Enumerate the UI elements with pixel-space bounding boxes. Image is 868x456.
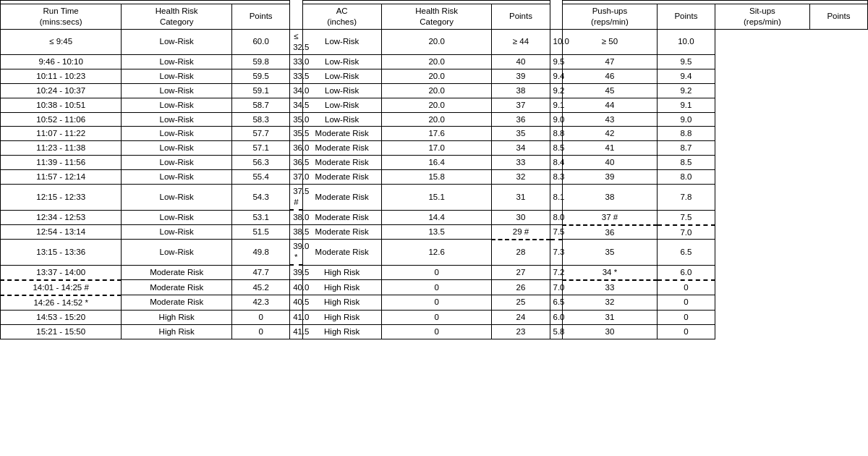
run-time-cell: 11:23 - 11:38: [1, 141, 122, 156]
health-risk-cat2-cell: Moderate Risk: [302, 185, 381, 210]
ac-cell: 35.5: [290, 127, 302, 141]
points1-cell: 57.7: [232, 127, 290, 141]
points1-cell: 45.2: [232, 280, 290, 295]
points3-cell: 7.2: [550, 265, 562, 279]
pushups-cell: 36: [492, 112, 550, 127]
run-time-cell: 12:54 - 13:14: [1, 225, 122, 240]
ac-cell: 41.0: [290, 310, 302, 324]
health-risk-cat2-cell: Moderate Risk: [302, 141, 381, 156]
points2-cell: 0: [381, 310, 492, 324]
points2-cell: 0: [381, 265, 492, 279]
pushups-cell: 26: [492, 280, 550, 295]
points1-cell: 60.0: [232, 29, 290, 54]
points3-cell: 9.5: [550, 54, 562, 69]
points2-cell: 0: [381, 324, 492, 339]
pushups-header: Push-ups(reps/min): [562, 4, 657, 30]
run-time-cell: 14:01 - 14:25 #: [1, 280, 122, 295]
main-table-wrapper: Run Time(mins:secs) Health RiskCategory …: [0, 0, 868, 339]
situps-cell: 30: [562, 324, 657, 339]
points3-cell: 8.5: [550, 141, 562, 156]
points3-cell: 7.0: [550, 280, 562, 295]
points1-cell: 55.4: [232, 170, 290, 185]
ac-header: AC(inches): [302, 4, 381, 30]
points3-cell: 7.5: [550, 225, 562, 240]
pushups-cell: 27: [492, 265, 550, 279]
points4-cell: 7.8: [657, 185, 715, 210]
health-risk-cat2-cell: High Risk: [302, 295, 381, 310]
points1-cell: 57.1: [232, 141, 290, 156]
points3-cell: 9.0: [550, 112, 562, 127]
points4-cell: 6.0: [657, 265, 715, 279]
health-risk-cat1-cell: Moderate Risk: [122, 280, 232, 295]
run-time-header: Run Time(mins:secs): [1, 4, 122, 30]
health-risk-cat2-cell: Low-Risk: [302, 54, 381, 69]
points2-cell: 15.8: [381, 170, 492, 185]
points3-cell: 9.4: [550, 69, 562, 83]
ac-cell: 33.0: [290, 54, 302, 69]
health-risk-cat1-cell: High Risk: [122, 310, 232, 324]
situps-cell: 42: [562, 127, 657, 141]
points3-cell: 7.3: [550, 240, 562, 265]
run-time-cell: 15:21 - 15:50: [1, 324, 122, 339]
pushups-cell: 39: [492, 69, 550, 83]
points3-cell: 10.0: [550, 29, 562, 54]
situps-header: Sit-ups(reps/min): [715, 4, 809, 30]
ac-cell: ≤ 32.5: [290, 29, 302, 54]
situps-cell: 34 *: [562, 265, 657, 279]
points3-cell: 6.5: [550, 295, 562, 310]
points1-cell: 0: [232, 324, 290, 339]
ac-cell: 40.5: [290, 295, 302, 310]
points2-cell: 13.5: [381, 225, 492, 240]
health-risk-cat1-cell: Low-Risk: [122, 225, 232, 240]
points2-cell: 20.0: [381, 69, 492, 83]
points3-cell: 8.1: [550, 185, 562, 210]
points2-cell: 12.6: [381, 240, 492, 265]
run-time-cell: 10:24 - 10:37: [1, 83, 122, 98]
run-time-cell: 13:37 - 14:00: [1, 265, 122, 279]
health-risk-cat2-cell: Low-Risk: [302, 69, 381, 83]
pushups-cell: 38: [492, 83, 550, 98]
run-time-cell: 9:46 - 10:10: [1, 54, 122, 69]
points4-cell: 0: [657, 280, 715, 295]
situps-cell: 39: [562, 170, 657, 185]
health-risk-cat2-cell: Moderate Risk: [302, 156, 381, 170]
points1-header: Points: [232, 4, 290, 30]
points2-cell: 14.4: [381, 210, 492, 224]
run-time-cell: 12:15 - 12:33: [1, 185, 122, 210]
situps-cell: 44: [562, 98, 657, 112]
points3-cell: 6.0: [550, 310, 562, 324]
health-risk-cat2-cell: Low-Risk: [302, 98, 381, 112]
situps-cell: 38: [562, 185, 657, 210]
health-risk-cat1-cell: Low-Risk: [122, 98, 232, 112]
situps-cell: 31: [562, 310, 657, 324]
health-risk-cat1-cell: Low-Risk: [122, 112, 232, 127]
pushups-cell: 24: [492, 310, 550, 324]
ac-cell: 39.5: [290, 265, 302, 279]
situps-cell: 40: [562, 156, 657, 170]
situps-cell: 47: [562, 54, 657, 69]
points4-cell: 0: [657, 324, 715, 339]
ac-cell: 40.0: [290, 280, 302, 295]
pushups-cell: 30: [492, 210, 550, 224]
health-risk-cat1-cell: Low-Risk: [122, 69, 232, 83]
health-risk-cat1-cell: Low-Risk: [122, 170, 232, 185]
pushups-cell: 35: [492, 127, 550, 141]
points3-header: Points: [657, 4, 715, 30]
run-time-cell: 14:26 - 14:52 *: [1, 295, 122, 310]
health-risk-cat1-cell: Low-Risk: [122, 240, 232, 265]
health-risk-cat2-cell: High Risk: [302, 324, 381, 339]
health-risk-cat2-cell: Low-Risk: [302, 29, 381, 54]
run-time-cell: 10:11 - 10:23: [1, 69, 122, 83]
situps-cell: 33: [562, 280, 657, 295]
points1-cell: 59.1: [232, 83, 290, 98]
ac-cell: 36.0: [290, 141, 302, 156]
points4-cell: 7.0: [657, 225, 715, 240]
health-risk-cat2-header: Health RiskCategory: [381, 4, 492, 30]
run-time-cell: 11:07 - 11:22: [1, 127, 122, 141]
ac-cell: 37.5 #: [290, 185, 302, 210]
health-risk-cat1-cell: Low-Risk: [122, 156, 232, 170]
points4-cell: 9.2: [657, 83, 715, 98]
points1-cell: 58.3: [232, 112, 290, 127]
run-time-cell: ≤ 9:45: [1, 29, 122, 54]
points3-cell: 9.2: [550, 83, 562, 98]
